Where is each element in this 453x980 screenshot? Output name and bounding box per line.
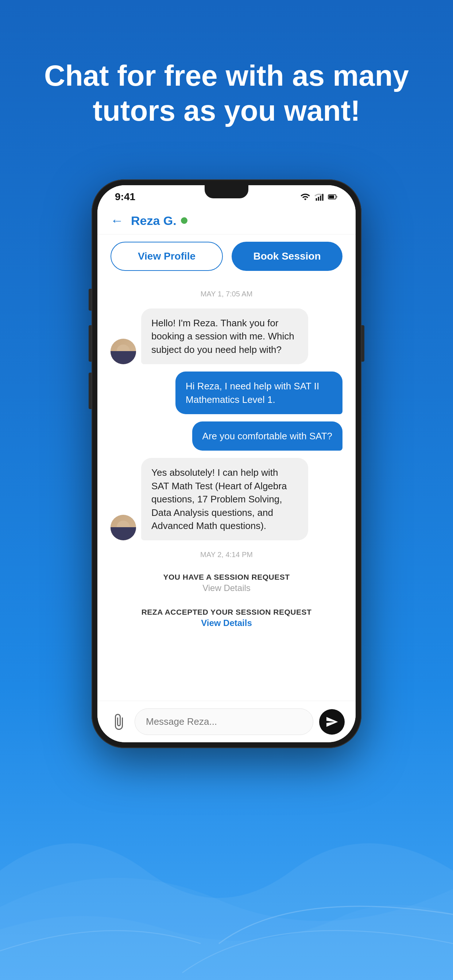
view-profile-button[interactable]: View Profile (110, 242, 223, 271)
send-icon (325, 715, 338, 729)
wifi-icon (300, 192, 310, 202)
status-time: 9:41 (115, 191, 135, 203)
bubble-received-1: Hello! I'm Reza. Thank you for booking a… (141, 309, 308, 364)
input-bar (97, 701, 356, 742)
phone-screen: 9:41 (97, 185, 356, 742)
avatar-image-1 (110, 339, 136, 364)
volume-down-button (89, 325, 91, 362)
svg-rect-2 (320, 196, 321, 201)
message-row-2: Hi Reza, I need help with SAT II Mathema… (110, 372, 343, 414)
avatar-reza-2 (110, 515, 136, 540)
chat-messages: MAY 1, 7:05 AM Hello! I'm Reza. Thank yo… (97, 278, 356, 701)
online-status-dot (181, 217, 187, 224)
attach-button[interactable] (108, 712, 129, 732)
message-row-4: Yes absolutely! I can help with SAT Math… (110, 458, 343, 540)
session-request-title-2: REZA ACCEPTED YOUR SESSION REQUEST (142, 608, 312, 616)
bubble-received-2: Yes absolutely! I can help with SAT Math… (141, 458, 308, 540)
battery-icon (328, 192, 338, 202)
message-row-1: Hello! I'm Reza. Thank you for booking a… (110, 309, 343, 364)
headline-line1: Chat for free with as many (44, 59, 409, 92)
session-request-2: REZA ACCEPTED YOUR SESSION REQUEST View … (110, 604, 343, 632)
tutor-name: Reza G. (131, 214, 177, 228)
svg-rect-0 (316, 198, 317, 201)
avatar-image-2 (110, 515, 136, 540)
bubble-sent-1: Hi Reza, I need help with SAT II Mathema… (175, 372, 343, 414)
session-request-title-1: YOU HAVE A SESSION REQUEST (163, 573, 290, 581)
session-request-link-2[interactable]: View Details (110, 618, 343, 628)
svg-rect-5 (329, 196, 334, 198)
session-request-1: YOU HAVE A SESSION REQUEST View Details (110, 569, 343, 597)
message-row-3: Are you comfortable with SAT? (110, 422, 343, 450)
volume-up-button (89, 289, 91, 310)
headline: Chat for free with as many tutors as you… (44, 58, 409, 128)
svg-rect-1 (318, 197, 319, 201)
session-request-link-1[interactable]: View Details (110, 583, 343, 593)
phone-mockup: 9:41 (91, 180, 362, 748)
book-session-button[interactable]: Book Session (231, 242, 343, 271)
paperclip-icon (110, 713, 127, 730)
back-button[interactable]: ← (110, 213, 124, 228)
bubble-sent-2: Are you comfortable with SAT? (192, 422, 343, 450)
phone-notch (205, 185, 248, 198)
date-divider-1: MAY 1, 7:05 AM (110, 290, 343, 298)
action-buttons: View Profile Book Session (97, 234, 356, 278)
phone-outer: 9:41 (91, 180, 362, 748)
headline-line2: tutors as you want! (93, 94, 360, 127)
signal-icon (314, 192, 324, 202)
mute-button (89, 372, 91, 409)
chat-header: ← Reza G. (97, 205, 356, 234)
send-button[interactable] (319, 709, 345, 735)
message-input[interactable] (135, 708, 313, 735)
avatar-reza-1 (110, 339, 136, 364)
svg-rect-3 (322, 194, 324, 201)
date-divider-2: MAY 2, 4:14 PM (110, 550, 343, 559)
page-header: Chat for free with as many tutors as you… (15, 58, 438, 128)
status-icons (300, 192, 338, 202)
power-button (362, 325, 364, 362)
